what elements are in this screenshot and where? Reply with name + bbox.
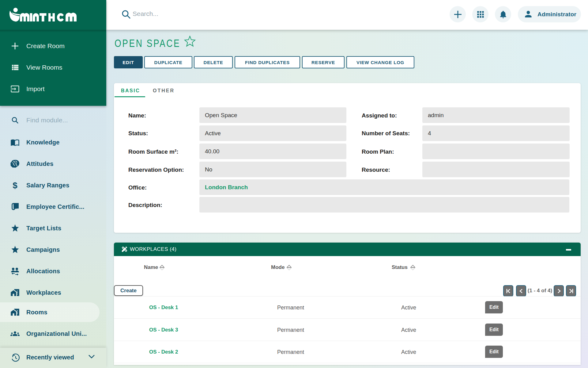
svg-text:$: $ — [13, 181, 17, 190]
